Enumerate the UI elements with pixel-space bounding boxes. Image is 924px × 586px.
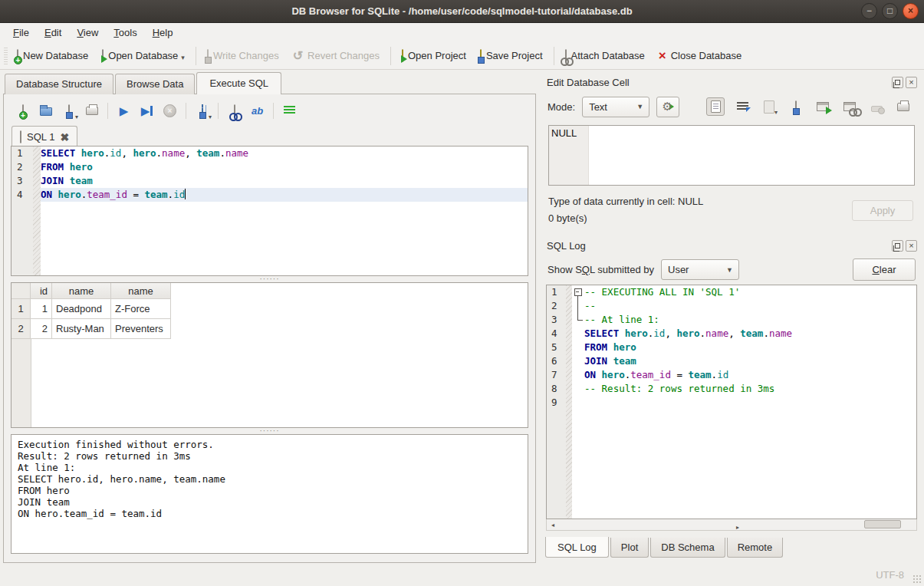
execute-current-line-button[interactable]: ▶ [136, 101, 157, 120]
gear-icon: ⚙ [662, 100, 672, 113]
save-project-button[interactable]: Save Project [473, 47, 550, 64]
close-icon: × [909, 242, 913, 250]
open-database-menu-caret[interactable]: ▾ [181, 54, 185, 61]
edit-cell-float-button[interactable] [892, 77, 903, 88]
sql1-tab[interactable]: SQL 1 ✖ [12, 126, 77, 146]
code-text: -- Result: 2 rows returned in 3ms [584, 382, 916, 396]
tab-db-schema[interactable]: DB Schema [650, 538, 725, 558]
corner-header [12, 283, 31, 299]
minimize-button[interactable]: − [861, 3, 877, 19]
log-filter-select[interactable]: User ▼ [661, 259, 739, 280]
table-cell[interactable]: 1 [31, 299, 52, 319]
cell-value-editor[interactable]: NULL [548, 125, 915, 186]
editor-results-splitter[interactable]: ······ [11, 276, 528, 282]
mode-select[interactable]: Text ▼ [582, 97, 649, 117]
table-cell[interactable]: Z-Force [111, 299, 171, 319]
sql-log-view[interactable]: 1-- EXECUTING ALL IN 'SQL 1'2--3-- At li… [546, 285, 917, 519]
log-line-8: 8-- Result: 2 rows returned in 3ms [547, 382, 916, 396]
print-sql-button[interactable] [81, 101, 102, 120]
chevron-down-icon: ▼ [631, 103, 649, 110]
import-cell-button[interactable]: ▾ [760, 97, 778, 116]
line-number: 7 [547, 368, 566, 382]
column-header-id[interactable]: id [31, 283, 52, 299]
menu-tools[interactable]: Tools [106, 25, 144, 41]
tab-remote[interactable]: Remote [727, 538, 784, 558]
cell-info-row: Type of data currently in cell: NULL 0 b… [548, 193, 913, 227]
line-number: 9 [547, 396, 566, 410]
scroll-left-icon[interactable]: ◂ [547, 520, 559, 530]
clear-log-button[interactable]: Clear [853, 258, 916, 281]
column-header-name1[interactable]: name [52, 283, 111, 299]
new-database-button[interactable]: + New Database [10, 47, 95, 64]
sql-log-controls: Show SQL submitted by User ▼ Clear [547, 258, 916, 281]
open-external-button[interactable] [814, 97, 832, 116]
open-database-button[interactable]: Open Database ▾ [95, 47, 192, 64]
revert-changes-button[interactable]: ↺ Revert Changes [286, 47, 386, 65]
sql-log-float-button[interactable] [892, 240, 903, 252]
find-icon [234, 105, 235, 117]
scrollbar-thumb[interactable] [864, 520, 901, 528]
attach-database-button[interactable]: Attach Database [558, 47, 652, 64]
table-cell[interactable]: Preventers [111, 319, 171, 339]
execute-all-button[interactable]: ▶ [113, 101, 134, 120]
export-cell-button[interactable] [787, 97, 805, 116]
table-cell[interactable]: Deadpond [52, 299, 111, 319]
tab-database-structure[interactable]: Database Structure [5, 74, 113, 94]
auto-apply-button[interactable]: ⚙ [656, 97, 679, 117]
row-header[interactable]: 1 [12, 299, 31, 319]
word-wrap-button[interactable] [733, 97, 751, 116]
table-cell[interactable]: 2 [31, 319, 52, 339]
log-line-9: 9 [547, 396, 916, 410]
table-cell[interactable]: Rusty-Man [52, 319, 111, 339]
tab-execute-sql[interactable]: Execute SQL [196, 72, 281, 94]
format-icon [284, 106, 295, 115]
resize-grip[interactable] [912, 574, 922, 584]
sql-log-panel-title: SQL Log × [547, 238, 917, 253]
log-horizontal-scrollbar[interactable]: ◂ ▸ [546, 519, 917, 531]
editor-line-4: 4ON hero.team_id = team.id [12, 188, 528, 202]
code-text [584, 396, 916, 410]
new-sql-tab-button[interactable]: + [12, 101, 33, 120]
open-project-button[interactable]: Open Project [395, 47, 473, 64]
find-button[interactable] [224, 101, 245, 120]
save-sql-file-button[interactable]: ▾ [58, 101, 79, 120]
results-grid: id name name 11DeadpondZ-Force22Rusty-Ma… [11, 282, 528, 428]
tab-sql-log[interactable]: SQL Log [545, 537, 609, 558]
sql-log-close-button[interactable]: × [906, 240, 917, 252]
open-sql-file-button[interactable] [35, 101, 56, 120]
format-sql-button[interactable] [279, 101, 300, 120]
edit-cell-close-button[interactable]: × [906, 77, 917, 88]
maximize-button[interactable]: □ [882, 3, 898, 19]
toolbar-grip[interactable] [4, 48, 8, 64]
set-null-button[interactable] [867, 97, 886, 116]
column-header-name2[interactable]: name [111, 283, 171, 299]
replace-icon: ab [252, 105, 263, 117]
row-header[interactable]: 2 [12, 319, 31, 339]
menu-file[interactable]: File [5, 25, 37, 41]
stop-execution-button[interactable]: × [159, 101, 180, 120]
menu-view[interactable]: View [69, 25, 106, 41]
fold-guide [572, 327, 584, 341]
scroll-right-icon[interactable]: ▸ [559, 520, 916, 530]
close-button[interactable]: × [903, 3, 919, 19]
print-cell-button[interactable] [894, 97, 912, 116]
tab-browse-data[interactable]: Browse Data [115, 74, 195, 94]
code-text: ON hero.team_id = team.id [41, 188, 528, 202]
close-database-button[interactable]: × Close Database [652, 46, 748, 65]
apply-button[interactable]: Apply [852, 200, 913, 221]
code-text: -- [584, 299, 916, 313]
menu-help[interactable]: Help [145, 25, 181, 41]
text-mode-button[interactable] [706, 97, 725, 116]
line-number: 3 [547, 313, 566, 327]
copy-link-button[interactable] [840, 97, 859, 116]
save-results-button[interactable]: ▾ [192, 101, 212, 120]
fold-marker-icon[interactable] [572, 285, 584, 299]
new-database-icon: + [17, 50, 18, 61]
sql-editor[interactable]: 1SELECT hero.id, hero.name, team.name2FR… [11, 146, 528, 276]
write-changes-button[interactable]: Write Changes [200, 47, 286, 64]
menu-edit[interactable]: Edit [37, 25, 69, 41]
results-message-splitter[interactable]: ······ [11, 428, 528, 434]
find-replace-button[interactable]: ab [247, 101, 268, 120]
sql1-tab-close-icon[interactable]: ✖ [60, 133, 69, 142]
tab-plot[interactable]: Plot [610, 538, 649, 558]
